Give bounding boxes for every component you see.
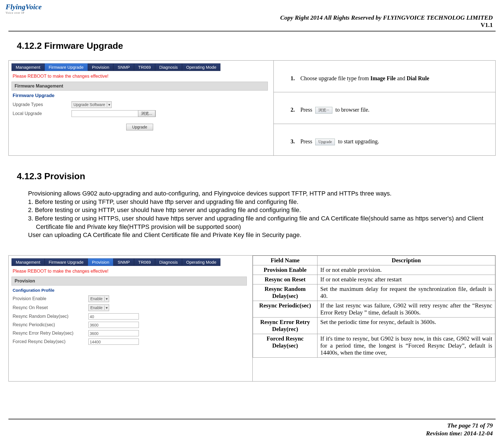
step-3-marker: 3. bbox=[291, 138, 299, 145]
firmware-steps: 1. Choose upgrade file type from Image F… bbox=[274, 61, 495, 155]
header-right: Copy Right 2014 All Rights Reserved by F… bbox=[280, 14, 493, 29]
provision-narrative: Provisioning allows G902 auto-upgrading … bbox=[28, 189, 493, 239]
label-resync-random-delay: Resync Random Delay(sec) bbox=[13, 314, 86, 319]
step-2-browse-button: 浏览··· bbox=[315, 107, 332, 114]
provision-desc-table: Field Name Description Provision Enable … bbox=[253, 256, 495, 358]
tab-management-2[interactable]: Management bbox=[11, 258, 45, 266]
reboot-warning-2: Please REBOOT to make the changes effect… bbox=[11, 266, 247, 277]
admin-tabs: Management Firmware Upgrade Provision SN… bbox=[11, 63, 268, 71]
input-forced-resync-delay[interactable]: 14400 bbox=[88, 339, 139, 345]
tab-diagnosis[interactable]: Diagnosis bbox=[155, 63, 182, 71]
step-1-dial-rule: Dial Rule bbox=[407, 75, 429, 81]
provision-p2: 2. Before testing or using HTTP, user sh… bbox=[28, 206, 493, 214]
file-input[interactable]: 浏览... bbox=[72, 110, 156, 117]
step-2: 2. Press 浏览··· to browser file. bbox=[274, 92, 495, 124]
tab-operating-mode-2[interactable]: Operating Mode bbox=[182, 258, 221, 266]
panel-provision: Provision bbox=[11, 277, 247, 286]
step-1-text-a: Choose upgrade file type from bbox=[300, 75, 370, 81]
step-1: 1. Choose upgrade file type from Image F… bbox=[274, 61, 495, 92]
revision-time: Revision time: 2014-12-04 bbox=[426, 429, 493, 438]
footer-right: The page 71 of 79 Revision time: 2014-12… bbox=[426, 422, 493, 438]
panel-firmware-management: Firmware Management bbox=[11, 82, 268, 91]
label-local-upgrade: Local Upgrade bbox=[13, 111, 69, 116]
tab-snmp-2[interactable]: SNMP bbox=[113, 258, 134, 266]
tab-provision-2[interactable]: Provision bbox=[88, 258, 114, 266]
provision-intro: Provisioning allows G902 auto-upgrading … bbox=[28, 189, 493, 198]
tab-tr069[interactable]: TR069 bbox=[134, 63, 155, 71]
label-provision-enable: Provision Enable bbox=[13, 296, 86, 301]
th-description: Description bbox=[317, 256, 495, 265]
th-field-name: Field Name bbox=[253, 256, 317, 265]
subhead-firmware-upgrade: Firmware Upgrade bbox=[11, 91, 268, 100]
tab-firmware-upgrade[interactable]: Firmware Upgrade bbox=[45, 63, 88, 71]
version-line: V1.1 bbox=[280, 21, 493, 29]
footer-rule bbox=[8, 419, 496, 419]
section-4123-title: 4.12.3 Provision bbox=[17, 171, 85, 181]
step-3-text-a: Press bbox=[300, 138, 314, 144]
input-resync-error-retry[interactable]: 3600 bbox=[88, 330, 139, 336]
logo: FlyingVoice Voice over IP bbox=[6, 3, 39, 14]
table-row: Resync Periodic(sec) If the last resync … bbox=[253, 301, 495, 318]
page-number: The page 71 of 79 bbox=[426, 422, 493, 430]
label-resync-periodic: Resync Periodic(sec) bbox=[13, 322, 86, 327]
step-3-text-b: to start upgrading. bbox=[338, 138, 379, 144]
section-4122-title: 4.12.2 Firmware Upgrade bbox=[17, 41, 123, 51]
header-rule bbox=[8, 31, 496, 31]
provision-desc-table-wrap: Field Name Description Provision Enable … bbox=[253, 256, 495, 381]
table-row: Resync Error Retry Delay(rec) Set the pe… bbox=[253, 318, 495, 334]
step-2-text-b: to browser file. bbox=[335, 107, 370, 113]
tab-management[interactable]: Management bbox=[11, 63, 45, 71]
logo-sub: Voice over IP bbox=[6, 11, 39, 14]
table-row: Resync Random Delay(sec) Set the maximum… bbox=[253, 284, 495, 301]
tab-snmp[interactable]: SNMP bbox=[113, 63, 134, 71]
chevron-down-icon: ▾ bbox=[107, 102, 110, 107]
label-upgrade-types: Upgrade Types bbox=[13, 102, 69, 107]
chevron-down-icon: ▾ bbox=[104, 305, 108, 310]
select-upgrade-types-value: Upgrade Software bbox=[73, 102, 105, 107]
label-forced-resync-delay: Forced Resync Delay(sec) bbox=[13, 339, 86, 344]
select-provision-enable[interactable]: Enable ▾ bbox=[88, 295, 109, 302]
tab-diagnosis-2[interactable]: Diagnosis bbox=[155, 258, 182, 266]
table-row: Provision Enable If or not enable provis… bbox=[253, 265, 495, 275]
select-upgrade-types[interactable]: Upgrade Software ▾ bbox=[72, 101, 112, 108]
copyright-line: Copy Right 2014 All Rights Reserved by F… bbox=[280, 14, 493, 21]
step-1-text-c: and bbox=[397, 75, 407, 81]
step-3-upgrade-button: Upgrade bbox=[315, 139, 335, 145]
label-resync-on-reset: Resync On Reset bbox=[13, 305, 86, 310]
provision-screenshot: Management Firmware Upgrade Provision SN… bbox=[9, 256, 253, 381]
step-1-image-file: Image File bbox=[370, 75, 396, 81]
step-2-marker: 2. bbox=[291, 107, 299, 113]
tab-operating-mode[interactable]: Operating Mode bbox=[182, 63, 221, 71]
label-resync-error-retry: Resync Error Retry Delay(sec) bbox=[13, 331, 86, 336]
logo-main: FlyingVoice bbox=[6, 3, 39, 11]
subhead-config-profile: Configuration Profile bbox=[11, 286, 247, 294]
input-resync-periodic[interactable]: 3600 bbox=[88, 322, 139, 328]
provision-p3: 3. Before testing or using HTTPS, user s… bbox=[36, 214, 493, 231]
table-row: Resync on Reset If or not enable resync … bbox=[253, 275, 495, 284]
step-1-marker: 1. bbox=[291, 75, 299, 82]
select-resync-on-reset[interactable]: Enable ▾ bbox=[88, 304, 109, 311]
provision-p4: User can uploading CA Certificate file a… bbox=[28, 231, 493, 239]
step-3: 3. Press Upgrade to start upgrading. bbox=[274, 124, 495, 155]
table-row: Forced Resync Delay(sec) If it's time to… bbox=[253, 334, 495, 358]
reboot-warning: Please REBOOT to make the changes effect… bbox=[11, 71, 268, 82]
tab-tr069-2[interactable]: TR069 bbox=[134, 258, 155, 266]
input-resync-random-delay[interactable]: 40 bbox=[88, 313, 139, 319]
tab-firmware-upgrade-2[interactable]: Firmware Upgrade bbox=[45, 258, 88, 266]
chevron-down-icon: ▾ bbox=[104, 296, 108, 301]
upgrade-button[interactable]: Upgrade bbox=[126, 124, 153, 130]
firmware-upgrade-block: Management Firmware Upgrade Provision SN… bbox=[8, 60, 496, 156]
provision-p1: 1. Before testing or using TFTP, user sh… bbox=[28, 198, 493, 206]
step-2-text-a: Press bbox=[300, 107, 314, 113]
admin-tabs-2: Management Firmware Upgrade Provision SN… bbox=[11, 258, 247, 266]
firmware-screenshot: Management Firmware Upgrade Provision SN… bbox=[9, 61, 274, 155]
provision-block: Management Firmware Upgrade Provision SN… bbox=[8, 255, 496, 381]
browse-button[interactable]: 浏览... bbox=[138, 110, 155, 117]
tab-provision[interactable]: Provision bbox=[88, 63, 114, 71]
